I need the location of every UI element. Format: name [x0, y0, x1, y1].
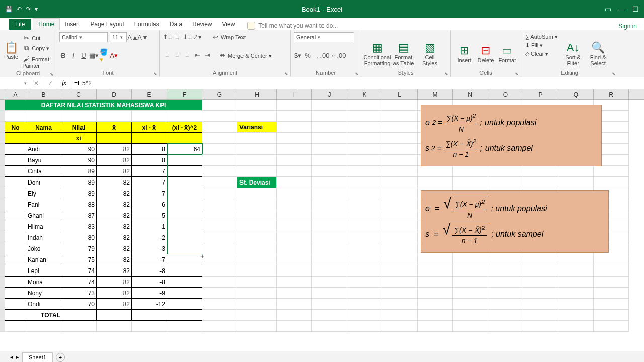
cell[interactable] — [558, 310, 594, 321]
row-header[interactable] — [0, 310, 5, 321]
cell[interactable] — [277, 321, 312, 332]
cell[interactable] — [523, 288, 558, 299]
cell-no[interactable] — [5, 188, 26, 199]
cell[interactable] — [202, 277, 237, 288]
cell[interactable] — [312, 210, 347, 221]
cell[interactable] — [594, 310, 629, 321]
cell-diff[interactable]: 1 — [132, 221, 167, 232]
cell-nilai[interactable]: 89 — [61, 177, 97, 188]
cell[interactable] — [202, 254, 237, 265]
cell-nama[interactable]: Kan'an — [26, 254, 61, 265]
cell[interactable] — [202, 221, 237, 232]
cell[interactable] — [202, 265, 237, 277]
cell-nilai[interactable]: 89 — [61, 188, 97, 199]
cell[interactable] — [382, 288, 418, 299]
cell[interactable] — [523, 310, 558, 321]
cell[interactable] — [277, 166, 312, 177]
cell[interactable] — [312, 299, 347, 310]
cell[interactable] — [277, 100, 312, 111]
cell-xbar[interactable]: 82 — [97, 288, 132, 299]
currency-icon[interactable]: $▾ — [294, 52, 302, 60]
font-size-select[interactable]: 11 — [110, 32, 127, 42]
cell-nama[interactable]: Doni — [26, 177, 61, 188]
hdr-diff[interactable]: xi - x̄ — [132, 122, 167, 133]
cell[interactable] — [418, 321, 453, 332]
cell[interactable] — [312, 199, 347, 210]
ribbon-options-icon[interactable]: ▭ — [605, 5, 611, 13]
cell-diff[interactable]: 7 — [132, 166, 167, 177]
cell[interactable] — [237, 199, 277, 210]
tab-pagelayout[interactable]: Page Layout — [85, 19, 129, 30]
cell-nilai[interactable]: 74 — [61, 277, 97, 288]
cell-no[interactable] — [5, 210, 26, 221]
save-icon[interactable]: 💾 — [5, 6, 13, 13]
cell-nilai[interactable]: 90 — [61, 144, 97, 155]
cell[interactable] — [347, 254, 382, 265]
cell[interactable] — [488, 265, 523, 277]
cell[interactable] — [382, 243, 418, 254]
cell[interactable] — [312, 321, 347, 332]
cell[interactable] — [488, 321, 523, 332]
cell-xbar[interactable]: 82 — [97, 166, 132, 177]
increase-indent-icon[interactable]: ⇥ — [203, 51, 211, 59]
cell[interactable] — [202, 299, 237, 310]
cell[interactable] — [347, 100, 382, 111]
col-H[interactable]: H — [237, 89, 277, 99]
cell-no[interactable] — [5, 277, 26, 288]
formula-input[interactable]: =E5^2 — [71, 77, 644, 89]
row-header[interactable] — [0, 288, 5, 299]
cell[interactable] — [277, 232, 312, 243]
col-Q[interactable]: Q — [558, 89, 594, 99]
decrease-font-icon[interactable]: A▼ — [139, 33, 147, 41]
cell[interactable] — [347, 144, 382, 155]
cell[interactable] — [523, 254, 558, 265]
column-headers[interactable]: A B C D E F G H I J K L M N O P Q R — [0, 89, 644, 100]
tab-data[interactable]: Data — [165, 19, 187, 30]
cell[interactable] — [277, 210, 312, 221]
cell[interactable] — [523, 299, 558, 310]
cell-nilai[interactable]: 79 — [61, 243, 97, 254]
cell-no[interactable] — [5, 232, 26, 243]
cell[interactable] — [277, 265, 312, 277]
align-middle-icon[interactable]: ≡ — [173, 33, 181, 41]
cell-xbar[interactable]: 82 — [97, 265, 132, 277]
cell[interactable] — [237, 277, 277, 288]
cell[interactable] — [312, 265, 347, 277]
sheet-nav-prev-icon[interactable]: ◂ — [10, 354, 13, 360]
cell[interactable] — [277, 133, 312, 144]
cell-nilai[interactable]: 73 — [61, 288, 97, 299]
wrap-text-button[interactable]: ↩ Wrap Text — [210, 32, 247, 41]
hdr-no[interactable]: No — [5, 122, 26, 133]
cell-xbar[interactable]: 82 — [97, 221, 132, 232]
align-center-icon[interactable]: ≡ — [173, 51, 181, 59]
cell[interactable] — [237, 111, 277, 122]
cell[interactable] — [347, 221, 382, 232]
fx-icon[interactable]: fx — [57, 77, 71, 89]
sheet-tab[interactable]: Sheet1 — [22, 352, 53, 362]
cell[interactable] — [418, 166, 453, 177]
cell[interactable] — [277, 254, 312, 265]
row-header[interactable] — [0, 221, 5, 232]
clear-button[interactable]: ◇ Clear ▾ — [524, 50, 559, 58]
cell-nama[interactable]: Mona — [26, 277, 61, 288]
cancel-formula-icon[interactable]: ✕ — [29, 77, 43, 89]
paste-icon[interactable]: 📋 — [5, 42, 18, 54]
row-header[interactable] — [0, 144, 5, 155]
minimize-icon[interactable]: — — [618, 5, 625, 13]
cell-xbar[interactable]: 82 — [97, 144, 132, 155]
cell[interactable] — [418, 277, 453, 288]
cell[interactable] — [347, 166, 382, 177]
cell-diff[interactable]: -2 — [132, 232, 167, 243]
cell[interactable] — [202, 243, 237, 254]
cell-diff[interactable]: 8 — [132, 144, 167, 155]
cell-xbar[interactable]: 82 — [97, 232, 132, 243]
cell[interactable] — [237, 221, 277, 232]
cell[interactable] — [453, 288, 488, 299]
cell-diff[interactable]: 8 — [132, 155, 167, 166]
cell[interactable] — [382, 144, 418, 155]
cell[interactable] — [382, 277, 418, 288]
cell-sq[interactable] — [167, 265, 202, 277]
maximize-icon[interactable]: ☐ — [632, 5, 639, 13]
cell[interactable] — [418, 288, 453, 299]
cell[interactable] — [347, 133, 382, 144]
